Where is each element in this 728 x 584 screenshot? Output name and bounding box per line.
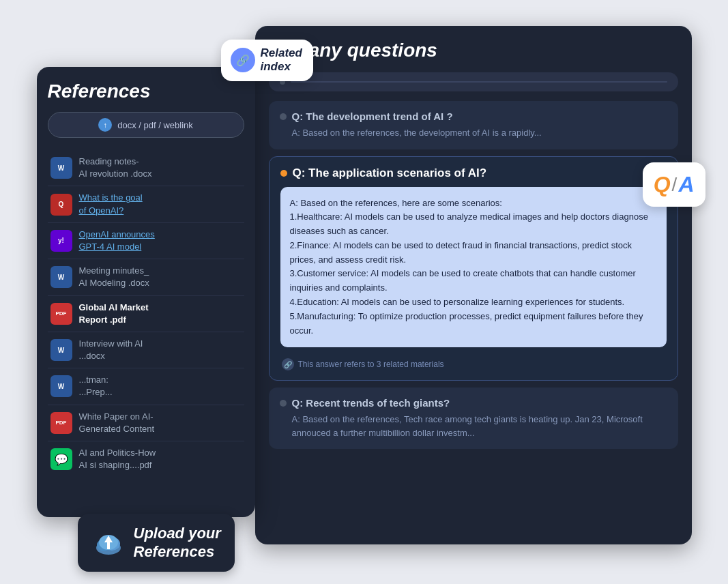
references-panel: References ↑ docx / pdf / weblink W Read… xyxy=(37,67,255,517)
search-line xyxy=(291,81,667,83)
ref-text-5: Global AI MarketReport .pdf xyxy=(79,302,149,326)
ref-item-3[interactable]: y! OpenAI announcesGPT-4 AI model xyxy=(48,223,244,259)
qa-question-text-2: Q: The application scenarios of AI? xyxy=(293,166,487,180)
ref-item-6[interactable]: W Interview with AI...docx xyxy=(48,332,244,368)
ref-text-9: AI and Politics-HowAI si shaping....pdf xyxy=(79,447,156,471)
upload-icon: ↑ xyxy=(98,118,112,132)
ask-panel: Ask any questions Q: The development tre… xyxy=(255,26,692,544)
search-bar[interactable] xyxy=(269,72,678,91)
yahoo-icon-1: y! xyxy=(50,230,72,252)
qa-item-2[interactable]: Q: The application scenarios of AI? A: B… xyxy=(269,156,678,381)
qa-dot-3 xyxy=(280,400,287,407)
quora-icon-1: Q xyxy=(50,194,72,216)
word-icon-4: W xyxy=(50,375,72,397)
ref-item-9[interactable]: 💬 AI and Politics-HowAI si shaping....pd… xyxy=(48,441,244,477)
ref-note-text: This answer refers to 3 related material… xyxy=(298,360,444,369)
related-index-badge: 🔗 Related index xyxy=(221,40,313,81)
ref-link-icon: 🔗 xyxy=(282,358,294,370)
ref-item-2[interactable]: Q What is the goalof OpenAI? xyxy=(48,186,244,222)
answer-text: A: Based on the references, here are som… xyxy=(290,196,657,338)
related-text: Related index xyxy=(261,46,302,74)
ref-item-8[interactable]: PDF White Paper on AI-Generated Content xyxy=(48,405,244,441)
qa-badge-inner: Q / A xyxy=(654,172,695,197)
link-icon: 🔗 xyxy=(231,48,255,72)
ref-text-1: Reading notes-AI revolution .docx xyxy=(79,156,152,180)
pdf-icon-1: PDF xyxy=(50,303,72,325)
ref-text-6: Interview with AI...docx xyxy=(79,338,143,362)
upload-badge-text: Upload your References xyxy=(134,525,221,561)
upload-badge[interactable]: Upload your References xyxy=(78,514,235,572)
qa-a-letter: A xyxy=(678,172,694,197)
wechat-icon-1: 💬 xyxy=(50,448,72,470)
qa-slash: / xyxy=(672,174,678,196)
word-icon-3: W xyxy=(50,339,72,361)
ref-text-8: White Paper on AI-Generated Content xyxy=(79,411,155,435)
qa-question-text-1: Q: The development trend of AI ? xyxy=(292,111,453,122)
qa-answer-1: A: Based on the references, the developm… xyxy=(280,126,667,140)
qa-question-2: Q: The application scenarios of AI? xyxy=(280,166,667,180)
word-icon-2: W xyxy=(50,266,72,288)
qa-question-1: Q: The development trend of AI ? xyxy=(280,111,667,122)
ref-text-3: OpenAI announcesGPT-4 AI model xyxy=(79,229,155,253)
ref-text-4: Meeting minutes_AI Modeling .docx xyxy=(79,265,149,289)
answer-box: A: Based on the references, here are som… xyxy=(280,187,667,348)
qa-item-3[interactable]: Q: Recent trends of tech giants? A: Base… xyxy=(269,388,678,449)
ref-item-1[interactable]: W Reading notes-AI revolution .docx xyxy=(48,150,244,186)
upload-cloud-icon xyxy=(91,526,126,560)
qa-q-letter: Q xyxy=(654,172,671,197)
qa-answer-3: A: Based on the references, Tech race am… xyxy=(280,413,667,439)
pdf-icon-2: PDF xyxy=(50,412,72,434)
qa-item-1[interactable]: Q: The development trend of AI ? A: Base… xyxy=(269,101,678,149)
ref-item-4[interactable]: W Meeting minutes_AI Modeling .docx xyxy=(48,259,244,295)
upload-button[interactable]: ↑ docx / pdf / weblink xyxy=(48,112,244,138)
ask-title: Ask any questions xyxy=(269,40,678,61)
qa-dot-2 xyxy=(280,170,287,177)
ref-text-2: What is the goalof OpenAI? xyxy=(79,192,143,216)
ref-item-5[interactable]: PDF Global AI MarketReport .pdf xyxy=(48,296,244,332)
qa-question-3: Q: Recent trends of tech giants? xyxy=(280,397,667,409)
qa-question-text-3: Q: Recent trends of tech giants? xyxy=(292,397,450,409)
ref-item-7[interactable]: W ...tman:...Prep... xyxy=(48,368,244,405)
upload-btn-label: docx / pdf / weblink xyxy=(117,120,193,130)
ref-note: 🔗 This answer refers to 3 related materi… xyxy=(280,354,667,370)
word-icon-1: W xyxy=(50,157,72,179)
qa-dot-1 xyxy=(280,113,287,120)
qa-badge: Q / A xyxy=(643,162,705,207)
ref-text-7: ...tman:...Prep... xyxy=(79,374,113,398)
references-title: References xyxy=(48,81,244,102)
